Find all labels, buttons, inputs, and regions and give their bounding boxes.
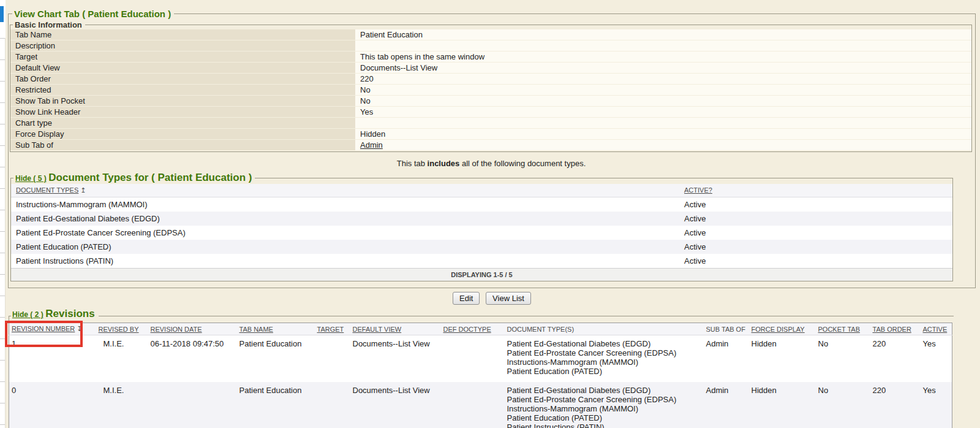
document-types-paging: DISPLAYING 1-5 / 5	[11, 268, 952, 281]
document-type-row: Patient Ed-Gestational Diabetes (EDGD)Ac…	[11, 212, 952, 226]
hide-document-types-link[interactable]: Hide ( 5 )	[15, 174, 47, 183]
basic-information-legend: Basic Information	[13, 20, 85, 29]
sub-tab-of-link[interactable]: Admin	[360, 140, 383, 150]
revision-document-type: Patient Ed-Prostate Cancer Screening (ED…	[507, 395, 701, 404]
revision-document-type: Instructions-Mammogram (MAMMOI)	[507, 357, 701, 367]
revisions-column-header-revised-by[interactable]: REVISED BY	[96, 323, 148, 335]
revisions-title: Revisions	[45, 308, 94, 319]
column-header-label: POCKET TAB	[818, 326, 860, 333]
revision-cell-target	[315, 382, 350, 428]
document-types-column-header[interactable]: DOCUMENT TYPES↥	[11, 184, 679, 197]
basic-info-row: Tab Order220	[10, 74, 971, 84]
revisions-column-header-tab-name[interactable]: TAB NAME	[237, 323, 315, 335]
note-text: all of the following document types.	[459, 159, 586, 168]
basic-info-value: No	[355, 96, 971, 106]
document-type-name: Patient Ed-Prostate Cancer Screening (ED…	[11, 226, 679, 240]
document-types-title: Document Types for ( Patient Education )	[48, 172, 252, 183]
basic-info-label: Sub Tab of	[10, 140, 355, 150]
document-type-active-status: Active	[679, 226, 952, 240]
revisions-column-header-tab-order[interactable]: TAB ORDER	[870, 323, 921, 335]
revision-document-type: Patient Ed-Gestational Diabetes (EDGD)	[507, 339, 701, 348]
basic-info-label: Restricted	[10, 85, 355, 95]
column-header-label: DEF DOCTYPE	[443, 326, 491, 333]
document-types-header-row: DOCUMENT TYPES↥ ACTIVE?	[11, 184, 952, 197]
revision-document-type: Patient Ed-Gestational Diabetes (EDGD)	[507, 386, 701, 395]
revision-cell-default-view: Documents--List View	[350, 335, 441, 383]
basic-info-value: This tab opens in the same window	[355, 52, 971, 62]
revisions-column-header-active[interactable]: ACTIVE	[921, 323, 952, 335]
revision-row: 0M.I.E.Patient EducationDocuments--List …	[9, 382, 952, 428]
revision-document-type: Patient Ed-Prostate Cancer Screening (ED…	[507, 348, 701, 357]
basic-info-value: Hidden	[355, 129, 971, 139]
basic-info-label: Description	[10, 40, 355, 51]
revision-cell-tab-order: 220	[870, 382, 921, 428]
revisions-column-header-force-display[interactable]: FORCE DISPLAY	[749, 323, 816, 335]
note-bold-text: includes	[428, 159, 460, 168]
basic-information-rows: Tab NamePatient EducationDescriptionTarg…	[10, 29, 971, 150]
document-type-row: Patient Ed-Prostate Cancer Screening (ED…	[11, 226, 952, 240]
revision-document-type: Patient Education (PATED)	[507, 367, 701, 376]
view-list-button[interactable]: View List	[486, 292, 531, 305]
basic-info-label: Tab Name	[10, 29, 355, 40]
basic-info-row: Show Tab in PocketNo	[10, 96, 971, 106]
basic-info-value	[355, 40, 971, 51]
revisions-column-header-pocket-tab[interactable]: POCKET TAB	[816, 323, 870, 335]
basic-info-row: TargetThis tab opens in the same window	[10, 52, 971, 62]
hide-revisions-link[interactable]: Hide ( 2 )	[12, 310, 43, 319]
basic-info-row: Force DisplayHidden	[10, 129, 971, 139]
revisions-column-header-target[interactable]: TARGET	[315, 323, 350, 335]
revisions-legend: Hide ( 2 ) Revisions	[9, 308, 954, 321]
document-types-legend: Hide ( 5 ) Document Types for ( Patient …	[13, 172, 255, 184]
revision-cell-revised-by: M.I.E.	[96, 382, 148, 428]
basic-info-value: Documents--List View	[355, 63, 971, 73]
document-type-active-status: Active	[679, 197, 952, 212]
basic-info-value-text: Hidden	[360, 129, 385, 139]
basic-info-row: Default ViewDocuments--List View	[10, 63, 971, 73]
revisions-table: REVISION NUMBER↧REVISED BYREVISION DATET…	[9, 323, 952, 428]
basic-info-value-text: Yes	[360, 107, 373, 117]
column-header-label: REVISED BY	[99, 326, 139, 333]
document-types-rows: Instructions-Mammogram (MAMMOI)ActivePat…	[11, 197, 952, 268]
column-header-label: ACTIVE	[923, 326, 948, 333]
basic-info-value-text: Documents--List View	[360, 63, 437, 72]
basic-info-value-text: No	[360, 96, 371, 105]
revision-cell-sub-tab-of: Admin	[704, 382, 749, 428]
revision-document-type: Patient Instructions (PATIN)	[507, 422, 701, 428]
document-type-name: Instructions-Mammogram (MAMMOI)	[11, 197, 679, 212]
basic-information-section: Basic Information Tab NamePatient Educat…	[10, 20, 972, 152]
document-type-row: Patient Education (PATED)Active	[11, 240, 952, 254]
revision-document-type: Instructions-Mammogram (MAMMOI)	[507, 404, 701, 413]
revisions-column-header-sub-tab-of: SUB TAB OF	[704, 323, 749, 335]
revision-cell-force-display: Hidden	[749, 382, 816, 428]
revision-cell-revision-date: 06-11-2018 09:47:50	[148, 335, 237, 383]
document-type-name: Patient Instructions (PATIN)	[11, 254, 679, 268]
revisions-table-wrap: REVISION NUMBER↧REVISED BYREVISION DATET…	[9, 323, 954, 428]
active-column-header[interactable]: ACTIVE?	[679, 184, 952, 197]
sort-ascending-icon: ↥	[80, 186, 86, 194]
basic-info-value-text: Patient Education	[360, 30, 423, 39]
revisions-column-header-document-type-s: DOCUMENT TYPE(S)	[505, 323, 704, 335]
revisions-column-header-def-doctype[interactable]: DEF DOCTYPE	[441, 323, 505, 335]
basic-info-row: RestrictedNo	[10, 85, 971, 95]
page-title: View Chart Tab ( Patient Education )	[12, 9, 174, 19]
revision-cell-tab-name: Patient Education	[237, 335, 315, 383]
column-header-label: DEFAULT VIEW	[353, 326, 402, 333]
revision-cell-sub-tab-of: Admin	[704, 335, 749, 383]
view-chart-tab-section: View Chart Tab ( Patient Education ) Bas…	[8, 9, 976, 288]
revision-cell-pocket-tab: No	[816, 335, 870, 383]
revision-cell-force-display: Hidden	[749, 335, 816, 383]
document-type-name: Patient Ed-Gestational Diabetes (EDGD)	[11, 212, 679, 226]
basic-info-label: Default View	[10, 63, 355, 73]
column-header-label: REVISION DATE	[151, 326, 202, 333]
basic-info-row: Chart type	[10, 118, 971, 128]
document-type-name: Patient Education (PATED)	[11, 240, 679, 254]
revision-row: 1M.I.E.06-11-2018 09:47:50Patient Educat…	[9, 335, 952, 383]
document-type-active-status: Active	[679, 240, 952, 254]
document-type-active-status: Active	[679, 254, 952, 268]
revisions-column-header-revision-date[interactable]: REVISION DATE	[148, 323, 237, 335]
revision-cell-pocket-tab: No	[816, 382, 870, 428]
basic-info-label: Chart type	[10, 118, 355, 128]
revisions-column-header-default-view[interactable]: DEFAULT VIEW	[350, 323, 441, 335]
basic-info-value: Admin	[355, 140, 971, 150]
edit-button[interactable]: Edit	[453, 292, 480, 305]
